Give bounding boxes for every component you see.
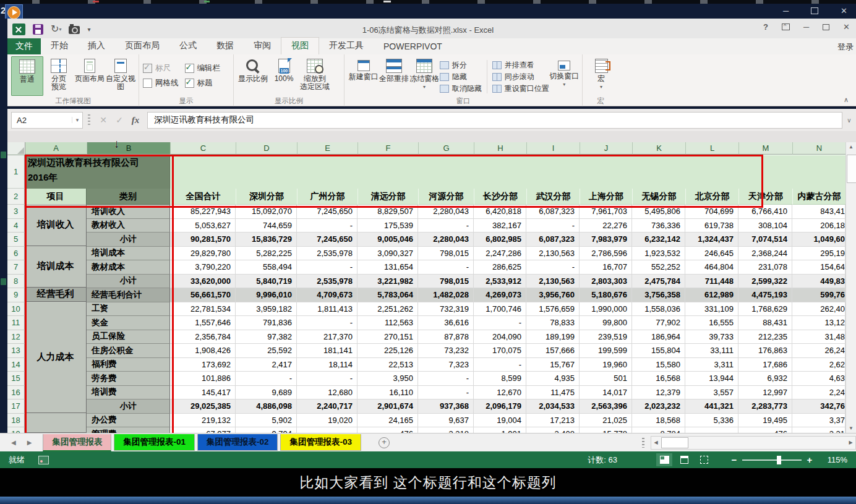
- row-number[interactable]: 8: [7, 275, 25, 289]
- checkbox-标尺[interactable]: 标尺: [143, 62, 179, 74]
- value-cell[interactable]: 558,494: [236, 260, 297, 275]
- value-cell[interactable]: -: [474, 316, 526, 330]
- ribbon-button-自定义视图[interactable]: 自定义视图: [105, 56, 136, 96]
- row-number[interactable]: 17: [7, 399, 25, 414]
- company-title-cell[interactable]: 深圳迈讯教育科技有限公司2016年: [25, 155, 170, 189]
- macro-record-icon[interactable]: [38, 456, 49, 464]
- value-cell[interactable]: 1,482,028: [418, 288, 474, 302]
- value-cell[interactable]: 2,599,322: [738, 275, 792, 289]
- value-cell[interactable]: 97,382: [236, 330, 297, 344]
- value-cell[interactable]: 206,18: [792, 219, 845, 233]
- column-header-G[interactable]: G: [419, 142, 474, 155]
- value-cell[interactable]: 449,83: [792, 275, 845, 289]
- value-cell[interactable]: 217,370: [297, 330, 357, 344]
- value-cell[interactable]: 2,563,396: [580, 399, 632, 414]
- value-cell[interactable]: 4,935: [526, 372, 580, 386]
- value-cell[interactable]: 5,053,627: [170, 219, 236, 233]
- checkbox-icon[interactable]: [143, 64, 152, 73]
- scroll-down-icon[interactable]: ▼: [846, 425, 856, 431]
- value-cell[interactable]: 1,700,746: [474, 302, 526, 317]
- tab-POWERPIVOT[interactable]: POWERPIVOT: [374, 39, 452, 54]
- value-cell[interactable]: 3,311: [685, 358, 738, 372]
- value-cell[interactable]: 5,840,719: [236, 275, 297, 289]
- value-cell[interactable]: -: [418, 386, 474, 400]
- ribbon-button-隐藏[interactable]: 隐藏: [440, 71, 482, 83]
- value-cell[interactable]: 3,950: [357, 372, 418, 386]
- help-button[interactable]: ?: [763, 22, 768, 32]
- value-cell[interactable]: 286,625: [474, 260, 526, 275]
- row-number[interactable]: 6: [7, 247, 25, 261]
- value-cell[interactable]: 1,908,426: [170, 344, 236, 358]
- value-cell[interactable]: 3,756,358: [632, 288, 685, 302]
- row-number[interactable]: 7: [7, 260, 25, 275]
- value-cell[interactable]: 464,804: [685, 260, 738, 275]
- value-cell[interactable]: 382,167: [474, 219, 526, 233]
- row-number[interactable]: 15: [7, 372, 25, 386]
- value-cell[interactable]: 8,599: [474, 372, 526, 386]
- value-cell[interactable]: 798,015: [418, 275, 474, 289]
- sign-in-link[interactable]: 登录: [837, 41, 856, 53]
- value-cell[interactable]: 17,686: [738, 358, 792, 372]
- outer-close-button[interactable]: ✕: [841, 6, 847, 15]
- ribbon-button-页面布局[interactable]: 页面布局: [74, 56, 105, 96]
- row-number[interactable]: 9: [7, 288, 25, 302]
- value-cell[interactable]: 16,568: [632, 372, 685, 386]
- value-cell[interactable]: 1,324,437: [685, 233, 738, 247]
- category-cell[interactable]: 管理费: [87, 427, 170, 433]
- value-cell[interactable]: 6,766,410: [738, 205, 792, 219]
- value-cell[interactable]: 552,252: [632, 260, 685, 275]
- select-all-corner[interactable]: [7, 142, 25, 155]
- checkbox-编辑栏[interactable]: 编辑栏: [185, 62, 221, 74]
- value-cell[interactable]: 8,829,507: [357, 205, 418, 219]
- value-cell[interactable]: 13,944: [685, 372, 738, 386]
- zoom-slider-thumb[interactable]: [777, 456, 781, 464]
- header-category[interactable]: 类别: [87, 189, 170, 205]
- ribbon-button-拆分[interactable]: 拆分: [440, 59, 482, 71]
- ribbon-button-并排查看[interactable]: 并排查看: [492, 59, 549, 71]
- value-cell[interactable]: 1,049,60: [792, 233, 845, 247]
- value-cell[interactable]: 2,62: [792, 358, 845, 372]
- column-header-I[interactable]: I: [527, 142, 580, 155]
- header-branch[interactable]: 上海分部: [580, 189, 632, 205]
- value-cell[interactable]: 2,280,043: [418, 205, 474, 219]
- value-cell[interactable]: 704,699: [685, 205, 738, 219]
- ribbon-button-新建窗口[interactable]: 新建窗口: [348, 56, 379, 96]
- value-cell[interactable]: 33,620,000: [170, 275, 236, 289]
- checkbox-网格线[interactable]: 网格线: [143, 77, 179, 89]
- value-cell[interactable]: 78,833: [526, 316, 580, 330]
- page-layout-view-icon[interactable]: [676, 453, 692, 466]
- value-cell[interactable]: -: [526, 219, 580, 233]
- value-cell[interactable]: 22,781,534: [170, 302, 236, 317]
- value-cell[interactable]: 5,495,806: [632, 205, 685, 219]
- value-cell[interactable]: 2,533,912: [474, 275, 526, 289]
- value-cell[interactable]: 612,989: [685, 288, 738, 302]
- normal-view-icon[interactable]: [656, 453, 672, 466]
- dropdown-icon[interactable]: ▾: [563, 80, 565, 88]
- value-cell[interactable]: 843,41: [792, 205, 845, 219]
- value-cell[interactable]: 1,557,646: [170, 316, 236, 330]
- value-cell[interactable]: 16,555: [685, 316, 738, 330]
- value-cell[interactable]: 441,321: [685, 399, 738, 414]
- collapse-ribbon-icon[interactable]: ∧: [844, 96, 849, 104]
- value-cell[interactable]: 15,092,070: [236, 205, 297, 219]
- value-cell[interactable]: -: [474, 358, 526, 372]
- value-cell[interactable]: -: [297, 260, 357, 275]
- column-header-D[interactable]: D: [236, 142, 297, 155]
- value-cell[interactable]: 87,878: [418, 330, 474, 344]
- header-branch[interactable]: 天津分部: [738, 189, 792, 205]
- value-cell[interactable]: 131,654: [357, 260, 418, 275]
- value-cell[interactable]: 476: [738, 427, 792, 433]
- value-cell[interactable]: 937,368: [418, 399, 474, 414]
- row-number[interactable]: 16: [7, 386, 25, 400]
- value-cell[interactable]: 170,075: [474, 344, 526, 358]
- redo-icon[interactable]: ↻▾: [51, 24, 61, 35]
- value-cell[interactable]: 3,790,220: [170, 260, 236, 275]
- save-icon[interactable]: [33, 24, 43, 35]
- value-cell[interactable]: 12,379: [632, 386, 685, 400]
- value-cell[interactable]: 39,733: [685, 330, 738, 344]
- column-header-A[interactable]: A: [25, 142, 87, 155]
- scroll-right-icon[interactable]: ▶: [846, 440, 855, 445]
- value-cell[interactable]: 204,090: [474, 330, 526, 344]
- value-cell[interactable]: 4,886,098: [236, 399, 297, 414]
- sheet-tab-集团管理报表-02[interactable]: 集团管理报表-02: [197, 434, 278, 451]
